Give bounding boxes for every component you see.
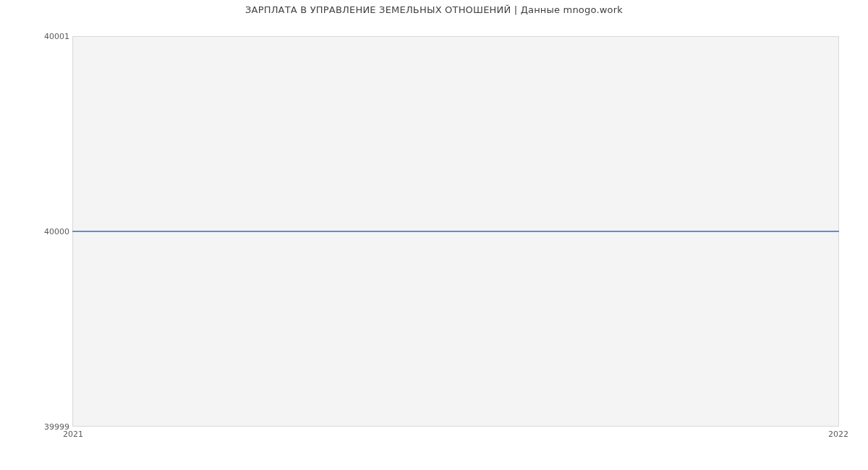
chart-title: ЗАРПЛАТА В УПРАВЛЕНИЕ ЗЕМЕЛЬНЫХ ОТНОШЕНИ… xyxy=(0,4,868,15)
y-tick-top: 40001 xyxy=(4,32,69,41)
chart-container: ЗАРПЛАТА В УПРАВЛЕНИЕ ЗЕМЕЛЬНЫХ ОТНОШЕНИ… xyxy=(0,0,868,470)
y-tick-mid: 40000 xyxy=(4,227,69,236)
y-tick-bottom: 39999 xyxy=(4,422,69,432)
x-tick-right: 2022 xyxy=(828,430,848,439)
x-tick-left: 2021 xyxy=(63,430,83,439)
line-series xyxy=(72,231,839,232)
